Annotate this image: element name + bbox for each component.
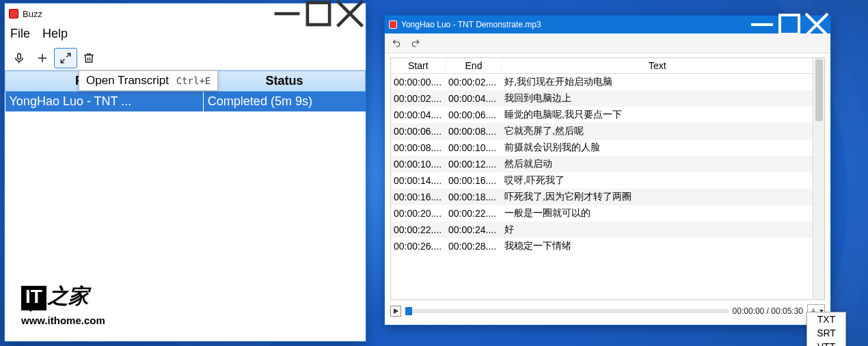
svg-line-9: [61, 59, 64, 63]
titlebar[interactable]: Buzz: [5, 3, 366, 24]
cell-end: 00:00:28....: [446, 238, 502, 254]
window-title: YongHao Luo - TNT Demonstrate.mp3: [401, 20, 748, 29]
export-option-vtt[interactable]: VTT: [807, 340, 845, 346]
transcript-row[interactable]: 00:00:20....00:00:22....一般是一圈就可以的: [391, 205, 813, 222]
menubar: File Help: [5, 24, 366, 46]
playback-bar: 00:00:00 / 00:05:30: [385, 300, 830, 325]
export-menu: TXTSRTVTT: [806, 312, 846, 346]
svg-rect-11: [780, 15, 799, 34]
cell-text: 一般是一圈就可以的: [502, 205, 813, 222]
cell-start: 00:00:00....: [391, 74, 446, 91]
maximize-button[interactable]: [303, 3, 334, 24]
cell-end: 00:00:24....: [446, 222, 502, 238]
menu-help[interactable]: Help: [42, 27, 68, 41]
cell-end: 00:00:18....: [446, 189, 502, 205]
cell-text: 我回到电脑边上: [502, 90, 813, 107]
window-title: Buzz: [23, 9, 271, 19]
tooltip-open-transcript: Open Transcript Ctrl+E: [79, 70, 218, 91]
maximize-button[interactable]: [776, 16, 803, 34]
transcript-row[interactable]: 00:00:00....00:00:02....好,我们现在开始启动电脑: [391, 74, 813, 91]
table-row[interactable]: YongHao Luo - TNT ...Completed (5m 9s): [5, 92, 366, 112]
add-button[interactable]: [31, 48, 54, 68]
export-option-txt[interactable]: TXT: [807, 312, 845, 326]
transcript-row[interactable]: 00:00:14....00:00:16....哎呀,吓死我了: [391, 172, 813, 189]
delete-button[interactable]: [77, 48, 100, 68]
cell-text: 好: [502, 222, 813, 238]
close-button[interactable]: [803, 16, 830, 34]
logo-zhijia: 之家: [48, 282, 89, 310]
cell-end: 00:00:12....: [446, 156, 502, 172]
transcript-row[interactable]: 00:00:04....00:00:06....睡觉的电脑呢,我只要点一下: [391, 107, 813, 123]
cell-text: 它就亮屏了,然后呢: [502, 123, 813, 139]
titlebar[interactable]: YongHao Luo - TNT Demonstrate.mp3: [385, 16, 830, 34]
cell-end: 00:00:04....: [446, 90, 502, 107]
vertical-scrollbar[interactable]: [814, 57, 825, 300]
svg-line-8: [67, 53, 70, 57]
transcript-toolbar: [385, 34, 830, 53]
cell-start: 00:00:22....: [391, 222, 446, 238]
cell-text: 睡觉的电脑呢,我只要点一下: [502, 107, 813, 123]
buzz-main-window: Buzz File Help Open: [4, 3, 366, 342]
cell-start: 00:00:02....: [391, 90, 446, 107]
undo-button[interactable]: [389, 36, 404, 50]
cell-start: 00:00:06....: [391, 123, 446, 139]
play-button[interactable]: [390, 306, 401, 317]
cell-text: 哎呀,吓死我了: [502, 172, 813, 189]
transcript-row[interactable]: 00:00:16....00:00:18....吓死我了,因为它刚才转了两圈: [391, 189, 813, 205]
transcript-row[interactable]: 00:00:26....00:00:28....我稳定一下情绪: [391, 238, 813, 254]
export-option-srt[interactable]: SRT: [807, 326, 845, 340]
redo-button[interactable]: [408, 36, 423, 50]
watermark: IT 之家 www.ithome.com: [21, 282, 105, 326]
record-button[interactable]: [8, 48, 31, 68]
cell-end: 00:00:08....: [446, 123, 502, 139]
cell-text: 我稳定一下情绪: [502, 238, 813, 254]
transcript-window: YongHao Luo - TNT Demonstrate.mp3: [384, 15, 831, 325]
cell-text: 前摄就会识别我的人脸: [502, 139, 813, 156]
app-icon: [9, 9, 18, 18]
cell-end: 00:00:22....: [446, 205, 502, 222]
scrollbar-thumb[interactable]: [815, 59, 823, 121]
cell-start: 00:00:10....: [391, 156, 446, 172]
minimize-button[interactable]: [271, 3, 303, 24]
cell-text: 吓死我了,因为它刚才转了两圈: [502, 189, 813, 205]
close-button[interactable]: [334, 3, 366, 24]
col-start[interactable]: Start: [391, 58, 446, 74]
transcript-row[interactable]: 00:00:08....00:00:10....前摄就会识别我的人脸: [391, 139, 813, 156]
transcript-row[interactable]: 00:00:22....00:00:24....好: [391, 222, 813, 238]
transcript-table: Start End Text 00:00:00....00:00:02....好…: [391, 58, 813, 254]
cell-status: Completed (5m 9s): [203, 92, 365, 112]
cell-start: 00:00:26....: [391, 238, 446, 254]
transcript-row[interactable]: 00:00:10....00:00:12....然后就启动: [391, 156, 813, 172]
cell-end: 00:00:06....: [446, 107, 502, 123]
svg-marker-14: [394, 308, 398, 314]
transcript-row[interactable]: 00:00:06....00:00:08....它就亮屏了,然后呢: [391, 123, 813, 139]
seek-thumb[interactable]: [405, 307, 412, 315]
cell-start: 00:00:04....: [391, 107, 446, 123]
menu-file[interactable]: File: [10, 27, 30, 41]
seek-slider[interactable]: [405, 309, 729, 313]
col-text[interactable]: Text: [502, 58, 813, 74]
cell-end: 00:00:10....: [446, 139, 502, 156]
cell-text: 然后就启动: [502, 156, 813, 172]
tooltip-shortcut: Ctrl+E: [176, 75, 211, 86]
transcript-row[interactable]: 00:00:02....00:00:04....我回到电脑边上: [391, 90, 813, 107]
cell-start: 00:00:16....: [391, 189, 446, 205]
cell-file-name: YongHao Luo - TNT ...: [5, 92, 204, 112]
cell-start: 00:00:14....: [391, 172, 446, 189]
tooltip-label: Open Transcript: [86, 74, 169, 87]
toolbar: [5, 46, 366, 70]
app-icon: [389, 21, 397, 29]
minimize-button[interactable]: [748, 16, 776, 34]
col-status[interactable]: Status: [203, 71, 365, 92]
col-end[interactable]: End: [446, 58, 502, 74]
cell-start: 00:00:08....: [391, 139, 446, 156]
logo-it: IT: [21, 286, 46, 310]
svg-rect-4: [18, 53, 21, 59]
cell-end: 00:00:02....: [446, 74, 502, 91]
cell-start: 00:00:20....: [391, 205, 446, 222]
cell-end: 00:00:16....: [446, 172, 502, 189]
open-transcript-button[interactable]: [54, 48, 77, 68]
cell-text: 好,我们现在开始启动电脑: [502, 74, 813, 91]
logo-url: www.ithome.com: [21, 315, 105, 326]
transcript-table-container: Start End Text 00:00:00....00:00:02....好…: [390, 57, 813, 300]
